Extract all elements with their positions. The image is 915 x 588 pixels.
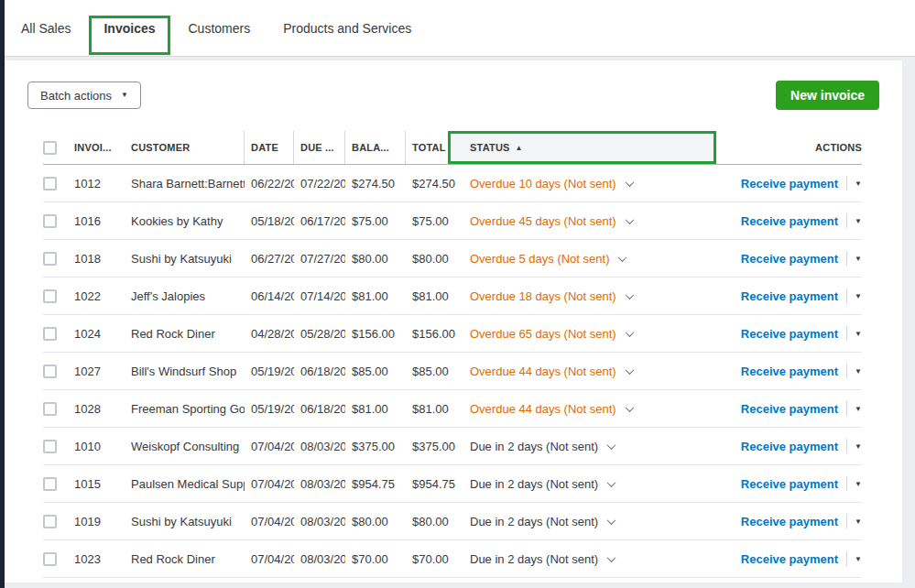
row-checkbox[interactable] — [43, 477, 57, 491]
invoice-number: 1022 — [74, 289, 131, 303]
header-status[interactable]: STATUS ▲ — [461, 131, 715, 164]
status-text: Overdue 45 days (Not sent) — [470, 214, 616, 228]
receive-payment-link[interactable]: Receive payment — [741, 402, 838, 416]
receive-payment-link[interactable]: Receive payment — [741, 552, 838, 566]
receive-payment-link[interactable]: Receive payment — [741, 327, 838, 341]
row-checkbox[interactable] — [43, 365, 57, 378]
chevron-down-icon[interactable] — [607, 553, 616, 562]
total-amount: $954.75 — [406, 477, 461, 491]
chevron-down-icon[interactable] — [625, 290, 634, 299]
header-balance[interactable]: BALA... — [345, 131, 406, 164]
total-amount: $81.00 — [406, 289, 461, 303]
receive-payment-link[interactable]: Receive payment — [741, 515, 838, 528]
action-dropdown-caret-icon[interactable]: ▼ — [846, 289, 862, 303]
header-customer[interactable]: CUSTOMER — [131, 131, 245, 164]
total-amount: $85.00 — [406, 365, 461, 378]
header-status-label: STATUS — [470, 142, 510, 153]
customer-name: Red Rock Diner — [131, 552, 245, 566]
chevron-down-icon[interactable] — [625, 215, 634, 224]
action-dropdown-caret-icon[interactable]: ▼ — [846, 213, 862, 228]
action-dropdown-caret-icon[interactable]: ▼ — [846, 551, 862, 566]
table-row[interactable]: 1016 Kookies by Kathy 05/18/20 06/17/20 … — [43, 202, 862, 240]
total-amount: $274.50 — [406, 177, 461, 191]
receive-payment-link[interactable]: Receive payment — [741, 289, 838, 303]
table-row[interactable]: 1027 Bill's Windsurf Shop 05/19/20 06/18… — [43, 353, 862, 390]
action-dropdown-caret-icon[interactable]: ▼ — [846, 476, 862, 491]
invoice-date: 04/28/20 — [245, 327, 294, 341]
table-row[interactable]: 1022 Jeff's Jalopies 06/14/20 07/14/20 $… — [43, 278, 862, 315]
balance-amount: $80.00 — [345, 252, 406, 266]
receive-payment-link[interactable]: Receive payment — [741, 365, 838, 378]
row-checkbox[interactable] — [43, 402, 57, 416]
tab-all-sales[interactable]: All Sales — [14, 0, 87, 57]
table-row[interactable]: 1028 Freeman Sporting Goo 05/19/20 06/18… — [43, 390, 862, 428]
header-due-date[interactable]: DUE ... — [294, 131, 345, 164]
row-checkbox[interactable] — [43, 327, 57, 341]
table-row[interactable]: 1024 Red Rock Diner 04/28/20 05/28/20 $1… — [43, 315, 862, 353]
tab-all-sales-label: All Sales — [21, 21, 71, 36]
chevron-down-icon[interactable] — [618, 253, 627, 262]
total-amount: $75.00 — [406, 214, 461, 228]
row-checkbox[interactable] — [43, 552, 57, 566]
tab-products-and-services[interactable]: Products and Services — [267, 0, 428, 57]
sort-ascending-icon[interactable]: ▲ — [516, 144, 523, 152]
row-checkbox[interactable] — [43, 252, 57, 266]
balance-amount: $156.00 — [345, 327, 406, 341]
action-dropdown-caret-icon[interactable]: ▼ — [846, 514, 862, 528]
action-dropdown-caret-icon[interactable]: ▼ — [846, 439, 862, 453]
receive-payment-link[interactable]: Receive payment — [741, 252, 838, 266]
table-row[interactable]: 1023 Red Rock Diner 07/04/20 08/03/20 $7… — [43, 540, 862, 578]
action-dropdown-caret-icon[interactable]: ▼ — [846, 176, 862, 191]
status-text: Overdue 44 days (Not sent) — [470, 365, 616, 378]
chevron-down-icon[interactable] — [625, 178, 634, 187]
row-checkbox[interactable] — [43, 289, 57, 303]
tab-customers[interactable]: Customers — [172, 0, 267, 57]
action-dropdown-caret-icon[interactable]: ▼ — [846, 251, 862, 266]
tab-invoices[interactable]: Invoices — [87, 0, 171, 57]
due-date: 07/22/20 — [294, 177, 345, 191]
invoice-date: 07/04/20 — [245, 477, 294, 491]
table-row[interactable]: 1015 Paulsen Medical Suppl 07/04/20 08/0… — [43, 465, 862, 503]
receive-payment-link[interactable]: Receive payment — [741, 214, 838, 228]
chevron-down-icon[interactable] — [607, 478, 616, 487]
header-invoice-no[interactable]: INVOI... — [74, 131, 131, 164]
due-date: 07/14/20 — [294, 289, 345, 303]
table-header-row: INVOI... CUSTOMER DATE DUE ... BALA... T… — [43, 131, 862, 165]
total-amount: $81.00 — [406, 402, 461, 416]
chevron-down-icon[interactable] — [607, 441, 616, 450]
chevron-down-icon[interactable] — [607, 516, 616, 525]
row-checkbox[interactable] — [43, 440, 57, 453]
invoice-number: 1012 — [74, 177, 131, 191]
balance-amount: $274.50 — [345, 177, 406, 191]
status-text: Due in 2 days (Not sent) — [470, 552, 598, 566]
table-row[interactable]: 1010 Weiskopf Consulting 07/04/20 08/03/… — [43, 428, 862, 465]
row-checkbox[interactable] — [43, 177, 57, 191]
chevron-down-icon[interactable] — [625, 403, 634, 412]
new-invoice-button[interactable]: New invoice — [776, 81, 879, 110]
receive-payment-link[interactable]: Receive payment — [741, 177, 838, 191]
balance-amount: $81.00 — [345, 289, 406, 303]
action-dropdown-caret-icon[interactable]: ▼ — [846, 326, 862, 341]
invoice-number: 1024 — [74, 327, 131, 341]
customer-name: Shara Barnett:Barnett D — [131, 177, 245, 191]
select-all-checkbox[interactable] — [43, 141, 57, 155]
action-dropdown-caret-icon[interactable]: ▼ — [846, 364, 862, 378]
invoices-table: INVOI... CUSTOMER DATE DUE ... BALA... T… — [43, 131, 862, 578]
invoice-date: 05/19/20 — [245, 402, 294, 416]
chevron-down-icon[interactable] — [625, 365, 634, 375]
receive-payment-link[interactable]: Receive payment — [741, 440, 838, 453]
receive-payment-link[interactable]: Receive payment — [741, 477, 838, 491]
row-checkbox[interactable] — [43, 214, 57, 228]
table-row[interactable]: 1019 Sushi by Katsuyuki 07/04/20 08/03/2… — [43, 503, 862, 540]
header-date[interactable]: DATE — [245, 131, 294, 164]
due-date: 08/03/20 — [294, 440, 345, 453]
row-checkbox[interactable] — [43, 515, 57, 528]
batch-actions-button[interactable]: Batch actions ▼ — [27, 82, 141, 109]
table-row[interactable]: 1018 Sushi by Katsuyuki 06/27/20 07/27/2… — [43, 240, 862, 278]
action-dropdown-caret-icon[interactable]: ▼ — [846, 401, 862, 416]
invoice-date: 07/04/20 — [245, 515, 294, 528]
balance-amount: $81.00 — [345, 402, 406, 416]
table-row[interactable]: 1012 Shara Barnett:Barnett D 06/22/20 07… — [43, 165, 862, 202]
invoice-number: 1010 — [74, 440, 131, 453]
chevron-down-icon[interactable] — [625, 328, 634, 337]
